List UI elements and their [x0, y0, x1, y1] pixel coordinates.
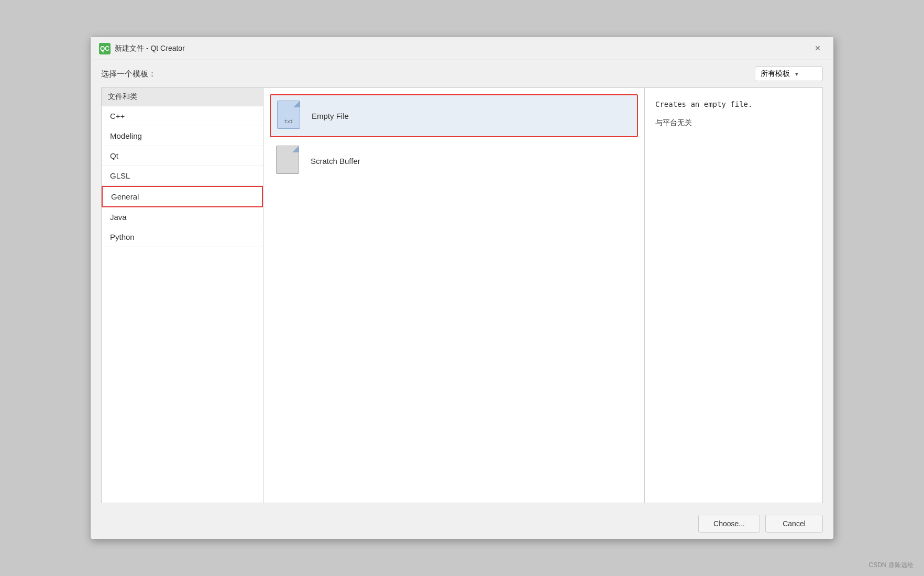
app-logo: QC [99, 43, 111, 54]
dropdown-label: 所有模板 [761, 69, 790, 79]
empty-file-label: Empty File [312, 112, 349, 120]
template-item-empty-file[interactable]: txt Empty File [270, 94, 638, 137]
dialog-body: 文件和类 C++ Modeling Qt GLSL General Java P… [91, 87, 833, 508]
watermark-text: CSDN @陈远绘 [868, 561, 914, 570]
sidebar-item-java[interactable]: Java [102, 207, 263, 227]
template-item-scratch-buffer[interactable]: Scratch Buffer [270, 140, 638, 181]
file-icon-label: txt [284, 119, 293, 124]
sidebar-item-python[interactable]: Python [102, 227, 263, 247]
dialog-header: 选择一个模板： 所有模板 ▼ [91, 60, 833, 87]
description-panel: Creates an empty file. 与平台无关 [645, 87, 823, 503]
description-platform-label: 与平台无关 [655, 118, 812, 128]
cancel-button[interactable]: Cancel [765, 515, 823, 533]
window-title: 新建文件 - Qt Creator [115, 44, 185, 53]
category-panel: 文件和类 C++ Modeling Qt GLSL General Java P… [101, 87, 263, 503]
template-filter-dropdown[interactable]: 所有模板 ▼ [755, 67, 823, 81]
scratch-buffer-label: Scratch Buffer [311, 157, 360, 165]
category-header: 文件和类 [102, 88, 263, 106]
template-panel: txt Empty File Scratch Buffer [263, 87, 645, 503]
choose-button[interactable]: Choose... [698, 515, 760, 533]
scratch-file-icon-body [276, 146, 299, 174]
new-file-dialog: QC 新建文件 - Qt Creator × 选择一个模板： 所有模板 ▼ 文件… [90, 37, 834, 539]
close-button[interactable]: × [810, 41, 825, 56]
dialog-footer: Choose... Cancel [91, 508, 833, 539]
empty-file-icon: txt [277, 101, 304, 131]
chevron-down-icon: ▼ [794, 71, 799, 77]
sidebar-item-cpp[interactable]: C++ [102, 106, 263, 126]
sidebar-item-glsl[interactable]: GLSL [102, 166, 263, 186]
sidebar-item-qt[interactable]: Qt [102, 146, 263, 166]
sidebar-item-general[interactable]: General [102, 186, 263, 207]
title-bar-left: QC 新建文件 - Qt Creator [99, 43, 185, 54]
description-main-text: Creates an empty file. [655, 98, 812, 110]
file-icon-body: txt [277, 101, 300, 129]
title-bar: QC 新建文件 - Qt Creator × [91, 37, 833, 60]
scratch-buffer-icon [276, 146, 303, 176]
template-select-label: 选择一个模板： [101, 69, 156, 79]
sidebar-item-modeling[interactable]: Modeling [102, 126, 263, 146]
